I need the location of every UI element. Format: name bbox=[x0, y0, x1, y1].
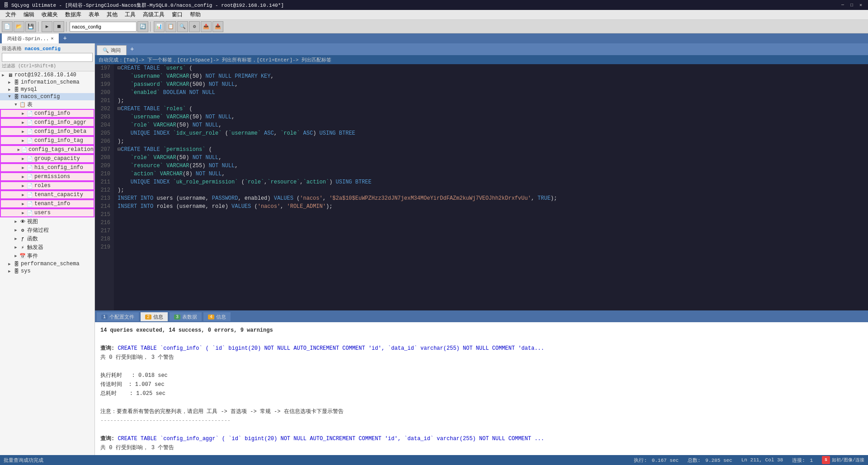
line-num-205: 205 bbox=[99, 129, 110, 137]
tree-icon: 📄 bbox=[26, 183, 33, 189]
tree-expander[interactable]: ▶ bbox=[20, 183, 26, 188]
tree-label: his_config_info bbox=[33, 164, 83, 171]
menu-item-文件[interactable]: 文件 bbox=[2, 10, 20, 19]
tree-node-config_info_beta[interactable]: ▶ 📄 config_info_beta bbox=[0, 127, 94, 136]
tree-expander[interactable]: ▶ bbox=[20, 193, 26, 197]
tree-node-config_info_aggr[interactable]: ▶ 📄 config_info_aggr bbox=[0, 118, 94, 127]
menu-item-其他[interactable]: 其他 bbox=[103, 10, 121, 19]
tree-expander[interactable]: ▼ bbox=[6, 94, 13, 99]
tb-btn-3[interactable]: 🔍 bbox=[177, 21, 188, 32]
line-num-207: 207 bbox=[99, 146, 110, 154]
new-button[interactable]: 📄 bbox=[2, 21, 13, 32]
total-time: 总数: 9.285 sec bbox=[688, 457, 732, 464]
menu-item-数据库[interactable]: 数据库 bbox=[61, 10, 85, 19]
result-tab-3_表数据[interactable]: 3 表数据 bbox=[170, 312, 202, 321]
tree-expander[interactable]: ▶ bbox=[20, 129, 26, 134]
tree-node-permissions[interactable]: ▶ 📄 permissions bbox=[0, 172, 94, 181]
result-tab-4_信息[interactable]: 4 信息 bbox=[203, 312, 231, 321]
tree-node-information_schema[interactable]: ▶ 🗄 information_schema bbox=[0, 79, 94, 86]
result-tab-2_信息[interactable]: 2 信息 bbox=[141, 312, 168, 321]
tree-node-performance_schema[interactable]: ▶ 🗄 performance_schema bbox=[0, 260, 94, 268]
tree-node-触发器[interactable]: ▶ ⚡ 触发器 bbox=[0, 243, 94, 252]
tree-node-tenant_capacity[interactable]: ▶ 📄 tenant_capacity bbox=[0, 190, 94, 199]
code-line-212: `action` VARCHAR(8) NOT NULL, bbox=[118, 170, 864, 178]
code-content[interactable]: ⊟CREATE TABLE `users` ( `username` VARCH… bbox=[114, 64, 868, 310]
tree-expander[interactable]: ▶ bbox=[20, 202, 26, 207]
tree-node-root@192.168.10.140[interactable]: ▶ 🖥 root@192.168.10.140 bbox=[0, 71, 94, 79]
tb-btn-1[interactable]: 📊 bbox=[154, 21, 165, 32]
filter-input[interactable] bbox=[2, 53, 93, 62]
menu-item-工具[interactable]: 工具 bbox=[121, 10, 139, 19]
run-button[interactable]: ▶ bbox=[42, 21, 52, 32]
new-session-button[interactable]: + bbox=[59, 35, 70, 42]
tree-node-users[interactable]: ▶ 📄 users bbox=[0, 208, 94, 217]
close-button[interactable]: ✕ bbox=[857, 1, 864, 9]
tree-node-sys[interactable]: ▶ 🗄 sys bbox=[0, 268, 94, 275]
tb-btn-6[interactable]: 📥 bbox=[212, 21, 223, 32]
tree-expander[interactable]: ▶ bbox=[13, 228, 19, 233]
tree-expander[interactable]: ▶ bbox=[20, 165, 26, 170]
tree-node-tenant_info[interactable]: ▶ 📄 tenant_info bbox=[0, 199, 94, 208]
tree-expander[interactable]: ▶ bbox=[0, 73, 6, 78]
tree-expander[interactable]: ▶ bbox=[16, 147, 21, 152]
tree-node-事件[interactable]: ▶ 📅 事件 bbox=[0, 252, 94, 260]
query-tab[interactable]: 🔍 询问 bbox=[97, 45, 127, 55]
tree-label: 函数 bbox=[26, 235, 38, 243]
tree-expander[interactable]: ▶ bbox=[20, 174, 26, 179]
tree-node-函数[interactable]: ▶ ƒ 函数 bbox=[0, 235, 94, 243]
tree-expander[interactable]: ▶ bbox=[6, 87, 13, 92]
tree-expander[interactable]: ▶ bbox=[6, 269, 13, 274]
result-tab-1_个配置文件[interactable]: 1 个配置文件 bbox=[97, 312, 139, 321]
database-selector[interactable]: nacos_config bbox=[70, 22, 137, 32]
tree-node-nacos_config[interactable]: ▼ 🗄 nacos_config bbox=[0, 93, 94, 100]
refresh-button[interactable]: 🔄 bbox=[137, 21, 148, 32]
tree-expander[interactable]: ▶ bbox=[20, 211, 26, 216]
tree-icon: 🗄 bbox=[13, 94, 20, 100]
new-query-tab-button[interactable]: + bbox=[127, 46, 137, 53]
sql-editor[interactable]: 1971981992002012022032042052062072082092… bbox=[95, 64, 868, 310]
tree-node-config_info_tag[interactable]: ▶ 📄 config_info_tag bbox=[0, 136, 94, 145]
tree-expander[interactable]: ▼ bbox=[13, 103, 19, 107]
window-controls[interactable]: ─ □ ✕ bbox=[839, 1, 864, 9]
tree-expander[interactable]: ▶ bbox=[13, 236, 19, 241]
tree-label: tenant_capacity bbox=[33, 192, 83, 198]
database-tree: ▶ 🖥 root@192.168.10.140 ▶ 🗄 information_… bbox=[0, 71, 94, 455]
tree-expander[interactable]: ▶ bbox=[6, 262, 13, 267]
tree-node-config_tags_relation[interactable]: ▶ 📄 config_tags_relation bbox=[0, 145, 94, 154]
stop-button[interactable]: ⏹ bbox=[53, 21, 64, 32]
tree-expander[interactable]: ▶ bbox=[20, 120, 26, 125]
session-tab-close[interactable]: ✕ bbox=[51, 36, 53, 41]
maximize-button[interactable]: □ bbox=[848, 1, 855, 9]
tree-node-mysql[interactable]: ▶ 🗄 mysql bbox=[0, 86, 94, 93]
line-num-197: 197 bbox=[99, 64, 110, 72]
menu-item-收藏夹[interactable]: 收藏夹 bbox=[38, 10, 61, 19]
open-button[interactable]: 📂 bbox=[14, 21, 24, 32]
tree-node-视图[interactable]: ▶ 👁 视图 bbox=[0, 217, 94, 226]
tb-btn-2[interactable]: 📋 bbox=[165, 21, 176, 32]
tree-node-roles[interactable]: ▶ 📄 roles bbox=[0, 181, 94, 190]
tree-label: config_info_tag bbox=[33, 137, 83, 144]
session-tab[interactable]: 尚硅谷-Sprin... ✕ bbox=[2, 33, 59, 43]
menu-item-帮助[interactable]: 帮助 bbox=[186, 10, 204, 19]
tree-label: 表 bbox=[26, 101, 33, 108]
tree-expander[interactable]: ▶ bbox=[20, 111, 26, 116]
menu-item-表单[interactable]: 表单 bbox=[85, 10, 103, 19]
tree-expander[interactable]: ▶ bbox=[20, 138, 26, 143]
menu-item-窗口[interactable]: 窗口 bbox=[168, 10, 186, 19]
menu-item-高级工具[interactable]: 高级工具 bbox=[139, 10, 168, 19]
tb-btn-4[interactable]: ⚙ bbox=[189, 21, 200, 32]
save-button[interactable]: 💾 bbox=[25, 21, 36, 32]
tree-expander[interactable]: ▶ bbox=[13, 254, 19, 258]
tree-node-表[interactable]: ▼ 📋 表 bbox=[0, 100, 94, 109]
minimize-button[interactable]: ─ bbox=[839, 1, 846, 9]
tree-expander[interactable]: ▶ bbox=[13, 219, 19, 224]
tree-expander[interactable]: ▶ bbox=[6, 80, 13, 85]
tb-btn-5[interactable]: 📤 bbox=[201, 21, 212, 32]
tree-expander[interactable]: ▶ bbox=[13, 245, 19, 250]
tree-node-group_capacity[interactable]: ▶ 📄 group_capacity bbox=[0, 154, 94, 163]
tree-node-config_info[interactable]: ▶ 📄 config_info bbox=[0, 109, 94, 118]
tree-expander[interactable]: ▶ bbox=[20, 156, 26, 161]
tree-node-存储过程[interactable]: ▶ ⚙ 存储过程 bbox=[0, 226, 94, 235]
tree-node-his_config_info[interactable]: ▶ 📄 his_config_info bbox=[0, 163, 94, 172]
menu-item-编辑[interactable]: 编辑 bbox=[20, 10, 38, 19]
